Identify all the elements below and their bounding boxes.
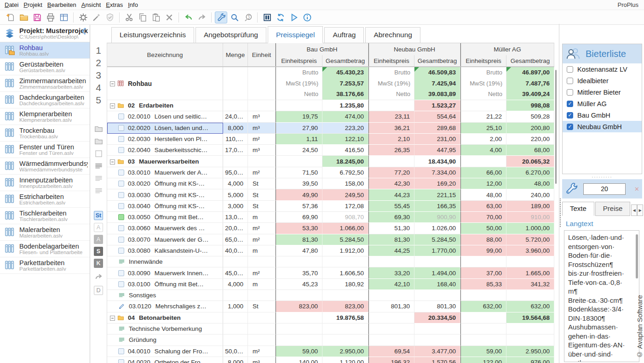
total-cell[interactable]: 416,50 — [322, 145, 368, 156]
unit-price-cell[interactable]: 49,90 — [276, 189, 322, 200]
group-total-cell[interactable]: 19.876,58 — [322, 312, 368, 323]
unit-price-cell[interactable]: 51,30 — [368, 223, 414, 234]
outline-level-2[interactable]: 2 — [90, 57, 107, 69]
item-title-cell[interactable]: 03.0020Öffnung mit KS-… — [107, 178, 223, 189]
toolbar-wrench-tools-icon[interactable] — [215, 11, 227, 23]
menu-item-info[interactable]: Info — [128, 0, 143, 9]
sidebar-item-tischlerarbeiten[interactable]: TischlerarbeitenTischlerarbeiten.aslv — [0, 208, 90, 224]
table-row-item[interactable]: 02.0030Herstellen von Pl… 110,… m²1,11 1… — [107, 134, 554, 145]
row-checkbox[interactable] — [118, 113, 124, 119]
unit-price-cell[interactable]: 24,50 — [276, 145, 322, 156]
unit-price-cell[interactable]: 122,00 — [460, 357, 506, 363]
unit-price-cell[interactable]: 42,30 — [368, 178, 414, 189]
group-title-cell[interactable]: 04Betonarbeiten — [107, 312, 223, 323]
bidder-item-mittlerer-bieter[interactable]: Mittlerer Bieter — [563, 86, 642, 98]
unit-price-cell[interactable]: 63,00 — [460, 201, 506, 212]
row-checkbox[interactable] — [118, 147, 124, 153]
total-cell[interactable]: 509,28 — [506, 111, 554, 122]
rail-folder-icon[interactable] — [90, 123, 107, 135]
menge-cell[interactable]: 24,0… — [223, 111, 248, 122]
sidebar-item-estricharbeiten[interactable]: EstricharbeitenEstricharbeiten.aslv — [0, 191, 90, 208]
unit-price-cell[interactable]: 47,80 — [276, 245, 322, 256]
rail-text-lines-icon[interactable] — [90, 160, 107, 172]
sidebar-item-parkettarbeiten[interactable]: ParkettarbeitenParkettarbeiten.aslv — [0, 257, 90, 274]
group-total-cell[interactable]: 1.523,27 — [414, 100, 460, 111]
total-cell[interactable]: 1.770,00 — [414, 245, 460, 256]
unit-price-cell[interactable]: 39,50 — [276, 178, 322, 189]
total-cell[interactable]: 169,20 — [414, 178, 460, 189]
unit-price-cell[interactable]: 55,45 — [368, 201, 414, 212]
einheit-cell[interactable]: St — [248, 301, 276, 312]
item-title-cell[interactable]: 04.0020Ortbeton der Fro… — [107, 357, 223, 363]
rail-badge-a[interactable]: A — [94, 223, 103, 232]
rail-text-lines-icon[interactable] — [90, 185, 107, 197]
unit-price-cell[interactable]: 2,10 — [368, 134, 414, 145]
unit-price-cell[interactable]: 27,90 — [276, 123, 322, 134]
group-total-cell[interactable]: 20.334,50 — [414, 312, 460, 323]
total-cell[interactable]: 6.270,00 — [506, 167, 554, 178]
unit-price-cell[interactable]: 88,00 — [460, 234, 506, 245]
bidder-checkbox[interactable] — [567, 78, 573, 84]
menge-cell[interactable]: 65,0… — [223, 234, 248, 245]
tab-leistungsverzeichnis[interactable]: Leistungsverzeichnis — [111, 27, 194, 43]
item-title-cell[interactable]: 03.0040Öffnung mit KS-… — [107, 201, 223, 212]
group-total-cell[interactable]: 19.564,68 — [506, 312, 554, 323]
unit-price-cell[interactable]: 44,23 — [368, 189, 414, 200]
group-total-cell[interactable]: 1.235,80 — [322, 100, 368, 111]
item-title-cell[interactable]: 02.0010Lösen und seitlic… — [107, 111, 223, 122]
column-header-menge[interactable]: Menge — [223, 43, 248, 67]
total-cell[interactable]: 122,10 — [322, 134, 368, 145]
menge-cell[interactable]: 13,0… — [223, 212, 248, 223]
unit-price-cell[interactable]: 66,00 — [460, 167, 506, 178]
unit-price-cell[interactable]: 85,33 — [460, 279, 506, 290]
row-checkbox[interactable] — [118, 348, 124, 354]
unit-price-cell[interactable]: 801,30 — [368, 301, 414, 312]
toolbar-undo-icon[interactable] — [182, 11, 195, 23]
toolbar-refresh-icon[interactable] — [274, 11, 287, 23]
unit-price-cell[interactable]: 99,00 — [460, 245, 506, 256]
note-title-cell[interactable]: Sonstiges — [107, 290, 223, 301]
table-row-item[interactable]: 02.0040Sauberkeitsschic… 17,0… m³24,50 4… — [107, 145, 554, 156]
sidebar-item-innenputzarbeiten[interactable]: InnenputzarbeitenInnenputzarbeiten.aslv — [0, 175, 90, 191]
menge-cell[interactable]: 40,0… — [223, 245, 248, 256]
rail-refresh-icon[interactable] — [90, 271, 107, 283]
table-row-item[interactable]: 02.0020Lösen, laden und… 8,000 m³27,90 2… — [107, 123, 554, 134]
value-input[interactable] — [583, 183, 626, 195]
unit-price-cell[interactable]: 26,35 — [368, 145, 414, 156]
einheit-cell[interactable]: m — [248, 212, 276, 223]
collapse-icon[interactable] — [110, 315, 115, 320]
row-checkbox[interactable] — [118, 203, 124, 209]
toolbar-info-icon[interactable] — [301, 11, 313, 23]
unit-price-cell[interactable]: 42,10 — [368, 279, 414, 290]
sidebar-item-klempnerarbeiten[interactable]: KlempnerarbeitenKlempnerarbeiten.aslv — [0, 108, 90, 125]
group-total-cell[interactable]: 18.245,00 — [322, 156, 368, 167]
menge-cell[interactable]: 50,0… — [223, 346, 248, 357]
einheit-cell[interactable]: St — [248, 189, 276, 200]
total-cell[interactable]: 341,32 — [506, 279, 554, 290]
total-cell[interactable]: 200,80 — [506, 123, 554, 134]
collapse-icon[interactable] — [110, 81, 115, 86]
sidebar-item-w-rmed-mmverbundsy[interactable]: WärmedämmverbundsyWärmedämmverbundsyste — [0, 158, 90, 175]
table-row-group[interactable]: 03Mauerwerksarbeiten 18.245,00 18.434,90… — [107, 156, 554, 167]
total-cell[interactable]: 231,00 — [414, 134, 460, 145]
total-cell[interactable]: 289,68 — [414, 123, 460, 134]
unit-price-cell[interactable]: 57,36 — [276, 201, 322, 212]
total-cell[interactable]: 1.570,56 — [414, 357, 460, 363]
menu-item-extras[interactable]: Extras — [106, 0, 128, 9]
outline-level-4[interactable]: 4 — [90, 81, 107, 94]
note-title-cell[interactable]: Innenwände — [107, 256, 223, 267]
outline-level-1[interactable]: 1 — [90, 44, 107, 57]
close-icon[interactable]: ✕ — [634, 186, 639, 193]
table-row-item[interactable]: 03.0100Öffnung mit Bet… 4,000 m45,23 180… — [107, 279, 554, 290]
table-scrollbar[interactable] — [555, 70, 557, 184]
unit-price-cell[interactable] — [460, 312, 506, 323]
total-cell[interactable]: 1.066,00 — [322, 223, 368, 234]
total-cell[interactable]: 801,30 — [414, 301, 460, 312]
toolbar-shield-check-icon[interactable] — [104, 11, 116, 23]
rail-badge-st[interactable]: St — [94, 211, 103, 220]
bidder-item-m-ller-ag[interactable]: ✓ Müller AG — [563, 98, 642, 109]
total-cell[interactable]: 2.950,00 — [506, 346, 554, 357]
sidebar-item-zimmermannsarbeiten[interactable]: ZimmermannsarbeitenZimmermannsarbeiten.a… — [0, 75, 90, 92]
tab-texte[interactable]: Texte — [562, 202, 594, 216]
tab-abrechnung[interactable]: Abrechnung — [365, 27, 420, 43]
